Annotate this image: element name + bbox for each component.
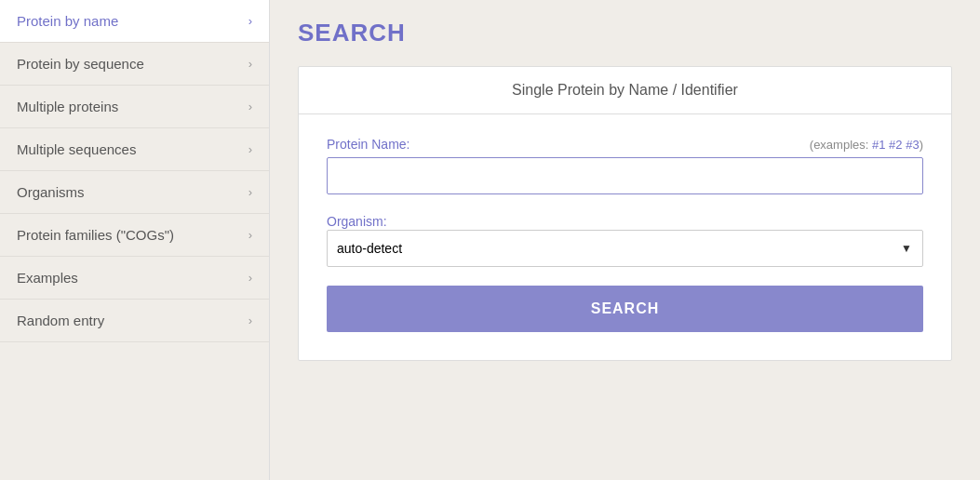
protein-name-group: Protein Name: (examples: #1 #2 #3) [327,137,923,194]
examples-prefix: examples: [813,138,872,152]
organism-select-wrapper: auto-detect ▼ [327,230,923,267]
protein-name-label-row: Protein Name: (examples: #1 #2 #3) [327,137,923,152]
sidebar-item-label: Examples [17,270,78,286]
sidebar-item-label: Random entry [17,313,104,328]
card-body: Protein Name: (examples: #1 #2 #3) Organ… [299,114,951,360]
sidebar-item-label: Protein by sequence [17,56,144,72]
sidebar-item-protein-by-name[interactable]: Protein by name› [0,0,269,43]
search-card: Single Protein by Name / Identifier Prot… [298,66,952,361]
sidebar-item-random-entry[interactable]: Random entry› [0,300,269,342]
chevron-right-icon: › [248,142,252,156]
sidebar-item-label: Multiple proteins [17,99,118,114]
sidebar-item-organisms[interactable]: Organisms› [0,171,269,214]
sidebar-item-protein-by-sequence[interactable]: Protein by sequence› [0,43,269,86]
sidebar-item-protein-families[interactable]: Protein families ("COGs")› [0,214,269,257]
sidebar: Protein by name›Protein by sequence›Mult… [0,0,270,480]
chevron-right-icon: › [248,185,252,199]
protein-name-input[interactable] [327,157,923,194]
sidebar-item-label: Protein by name [17,13,118,29]
sidebar-item-label: Organisms [17,184,85,200]
card-header: Single Protein by Name / Identifier [299,67,951,114]
organism-select[interactable]: auto-detect [327,230,923,267]
page-title: SEARCH [298,19,952,47]
sidebar-item-multiple-sequences[interactable]: Multiple sequences› [0,128,269,171]
example2-link[interactable]: #2 [889,138,902,152]
chevron-right-icon: › [248,100,252,113]
sidebar-item-multiple-proteins[interactable]: Multiple proteins› [0,86,269,128]
chevron-right-icon: › [248,57,252,71]
main-content: SEARCH Single Protein by Name / Identifi… [270,0,980,480]
sidebar-item-label: Multiple sequences [17,141,136,157]
chevron-right-icon: › [248,271,252,285]
sidebar-item-examples[interactable]: Examples› [0,257,269,300]
example1-link[interactable]: #1 [872,138,885,152]
search-button[interactable]: SEARCH [327,286,923,332]
example3-link[interactable]: #3 [906,138,919,152]
chevron-right-icon: › [248,14,252,28]
chevron-right-icon: › [248,228,252,242]
protein-name-label: Protein Name: [327,137,409,152]
examples-hint: (examples: #1 #2 #3) [810,138,923,152]
chevron-right-icon: › [248,313,252,327]
organism-label: Organism: [327,214,387,229]
sidebar-item-label: Protein families ("COGs") [17,227,174,243]
organism-group: Organism: auto-detect ▼ [327,213,923,267]
